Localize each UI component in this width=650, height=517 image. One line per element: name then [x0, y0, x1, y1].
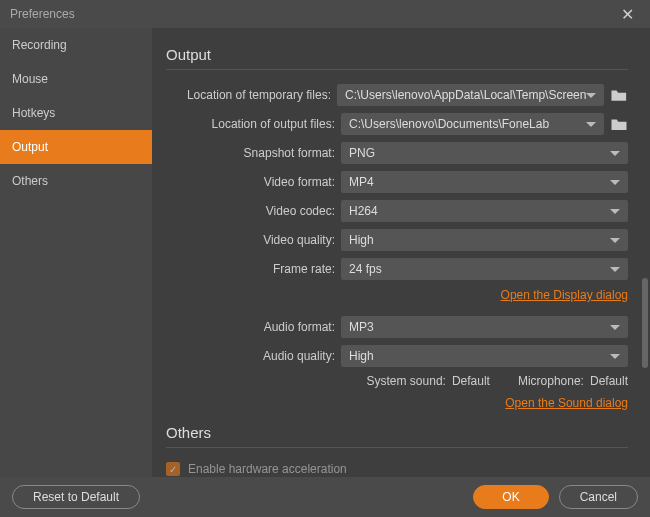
frame-rate-value: 24 fps: [349, 262, 382, 276]
audio-format-label: Audio format:: [166, 320, 341, 334]
video-format-value: MP4: [349, 175, 374, 189]
snapshot-format-select[interactable]: PNG: [341, 142, 628, 164]
cancel-button[interactable]: Cancel: [559, 485, 638, 509]
section-title-output: Output: [166, 46, 628, 70]
sidebar-item-hotkeys[interactable]: Hotkeys: [0, 96, 152, 130]
snapshot-format-label: Snapshot format:: [166, 146, 341, 160]
frame-rate-label: Frame rate:: [166, 262, 341, 276]
video-quality-label: Video quality:: [166, 233, 341, 247]
audio-status-row: System sound:Default Microphone:Default: [166, 374, 628, 388]
ok-button[interactable]: OK: [473, 485, 548, 509]
hw-accel-label: Enable hardware acceleration: [188, 462, 347, 476]
sidebar-item-output[interactable]: Output: [0, 130, 152, 164]
audio-quality-select[interactable]: High: [341, 345, 628, 367]
titlebar: Preferences ✕: [0, 0, 650, 28]
system-sound-value: Default: [452, 374, 490, 388]
folder-icon[interactable]: [610, 116, 628, 132]
scrollbar-thumb[interactable]: [642, 278, 648, 368]
sidebar-item-mouse[interactable]: Mouse: [0, 62, 152, 96]
reset-button[interactable]: Reset to Default: [12, 485, 140, 509]
video-codec-value: H264: [349, 204, 378, 218]
audio-quality-value: High: [349, 349, 374, 363]
content: Output Location of temporary files: C:\U…: [152, 28, 650, 477]
temp-files-value: C:\Users\lenovo\AppData\Local\Temp\Scree…: [345, 88, 586, 102]
chevron-down-icon: [610, 151, 620, 156]
chevron-down-icon: [610, 209, 620, 214]
display-dialog-link[interactable]: Open the Display dialog: [166, 288, 628, 302]
output-files-label: Location of output files:: [166, 117, 341, 131]
snapshot-format-value: PNG: [349, 146, 375, 160]
window-title: Preferences: [10, 7, 75, 21]
sidebar-item-recording[interactable]: Recording: [0, 28, 152, 62]
video-quality-select[interactable]: High: [341, 229, 628, 251]
chevron-down-icon: [610, 267, 620, 272]
frame-rate-select[interactable]: 24 fps: [341, 258, 628, 280]
folder-icon[interactable]: [610, 87, 628, 103]
video-format-label: Video format:: [166, 175, 341, 189]
microphone-value: Default: [590, 374, 628, 388]
chevron-down-icon: [610, 325, 620, 330]
hw-accel-row[interactable]: ✓ Enable hardware acceleration: [166, 462, 628, 476]
video-format-select[interactable]: MP4: [341, 171, 628, 193]
audio-quality-label: Audio quality:: [166, 349, 341, 363]
temp-files-select[interactable]: C:\Users\lenovo\AppData\Local\Temp\Scree…: [337, 84, 604, 106]
footer: Reset to Default OK Cancel: [0, 477, 650, 517]
main: Recording Mouse Hotkeys Output Others Ou…: [0, 28, 650, 477]
section-title-others: Others: [166, 424, 628, 448]
sound-dialog-link[interactable]: Open the Sound dialog: [166, 396, 628, 410]
chevron-down-icon: [610, 354, 620, 359]
temp-files-label: Location of temporary files:: [166, 88, 337, 102]
chevron-down-icon: [586, 93, 596, 98]
audio-format-select[interactable]: MP3: [341, 316, 628, 338]
checkbox-icon[interactable]: ✓: [166, 462, 180, 476]
sidebar-item-others[interactable]: Others: [0, 164, 152, 198]
chevron-down-icon: [586, 122, 596, 127]
output-files-select[interactable]: C:\Users\lenovo\Documents\FoneLab: [341, 113, 604, 135]
close-icon[interactable]: ✕: [615, 3, 640, 26]
chevron-down-icon: [610, 238, 620, 243]
video-codec-select[interactable]: H264: [341, 200, 628, 222]
audio-format-value: MP3: [349, 320, 374, 334]
system-sound-label: System sound:: [367, 374, 446, 388]
video-quality-value: High: [349, 233, 374, 247]
sidebar: Recording Mouse Hotkeys Output Others: [0, 28, 152, 477]
chevron-down-icon: [610, 180, 620, 185]
video-codec-label: Video codec:: [166, 204, 341, 218]
output-files-value: C:\Users\lenovo\Documents\FoneLab: [349, 117, 549, 131]
microphone-label: Microphone:: [518, 374, 584, 388]
